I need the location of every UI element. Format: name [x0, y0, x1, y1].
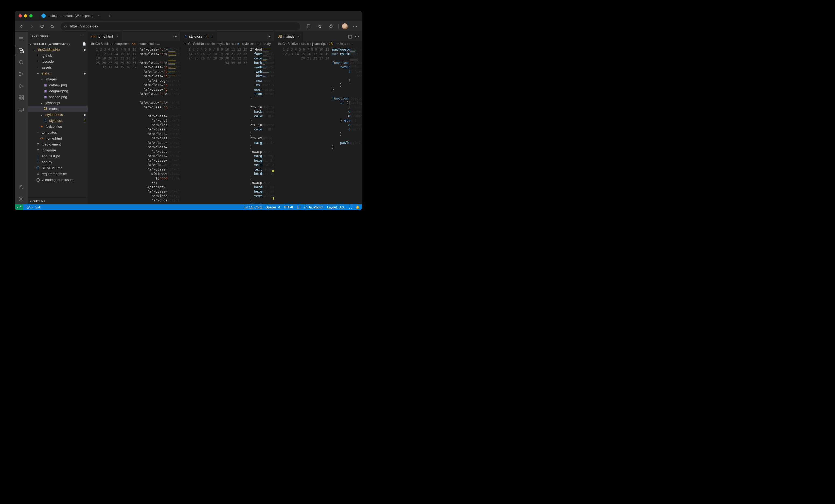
file-apppy[interactable]: ⬡app.py [28, 159, 88, 165]
folder-assets[interactable]: ›assets [28, 64, 88, 70]
close-icon[interactable]: × [298, 35, 300, 39]
profile-avatar[interactable] [342, 23, 348, 29]
tab-home-html[interactable]: <>home.html× [88, 32, 122, 41]
breadcrumb[interactable]: theCatSaidNo› static› javascript› JS mai… [274, 41, 362, 47]
group-more-icon[interactable]: ⋯ [267, 34, 272, 39]
file-vscodepng[interactable]: ▣vscode.png [28, 94, 88, 100]
status-eol[interactable]: LF [297, 206, 301, 209]
lock-icon [64, 24, 67, 28]
breadcrumb[interactable]: theCatSaidNo› templates› <> home.html› … [88, 41, 180, 47]
breadcrumb[interactable]: theCatSaidNo› static› stylesheets› # sty… [181, 41, 274, 47]
close-window[interactable] [19, 14, 22, 18]
folder-stylesheets[interactable]: ⌄stylesheets [28, 112, 88, 118]
file-catpaw[interactable]: ▣catpaw.png [28, 82, 88, 88]
file-readme[interactable]: ⓘREADME.md [28, 165, 88, 171]
explorer-sidebar: EXPLORER ⋯ ⌄ DEFAULT (WORKSPACE) 📄 ⌄theC… [28, 32, 88, 204]
file-stylecss[interactable]: #style.css4 [28, 118, 88, 123]
overflow-icon[interactable]: ⋯ [351, 22, 359, 30]
svg-rect-8 [22, 99, 23, 100]
browser-toolbar: https://vscode.dev ⋯ [15, 21, 362, 32]
outline-section[interactable]: ›OUTLINE [28, 197, 88, 204]
extensions-icon[interactable] [15, 92, 28, 103]
file-mainjs[interactable]: JSmain.js [28, 106, 88, 112]
close-icon[interactable]: × [211, 35, 213, 39]
extensions-toolbar-icon[interactable] [327, 22, 335, 30]
account-icon[interactable] [15, 182, 28, 193]
status-layout[interactable]: Layout: U.S. [327, 206, 345, 209]
browser-tab[interactable]: main.js — default (Workspace) × [39, 12, 103, 20]
split-editor-icon[interactable]: ◫ [348, 34, 352, 39]
svg-rect-9 [22, 96, 23, 97]
status-bar: ⓧ 0 ⚠ 4 Ln 11, Col 1 Spaces: 4 UTF-8 LF … [15, 204, 362, 210]
svg-rect-1 [307, 25, 310, 28]
status-spaces[interactable]: Spaces: 4 [266, 206, 280, 209]
workspace-header[interactable]: ⌄ DEFAULT (WORKSPACE) 📄 [28, 41, 88, 46]
window-titlebar: main.js — default (Workspace) × ＋ [15, 11, 362, 21]
search-icon[interactable] [15, 57, 28, 68]
new-tab-button[interactable]: ＋ [108, 13, 112, 19]
remote-indicator[interactable] [15, 204, 23, 210]
code-editor-2[interactable]: 1 2 3 4 5 6 7 8 9 10 11 12 13 14 15 16 1… [181, 47, 274, 204]
close-tab-icon[interactable]: × [97, 14, 100, 18]
minimap[interactable] [168, 47, 180, 204]
browser-tab-title: main.js — default (Workspace) [48, 14, 94, 18]
sidebar-title: EXPLORER ⋯ [28, 32, 88, 41]
group-more-icon[interactable]: ⋯ [355, 34, 359, 39]
svg-point-3 [19, 72, 20, 73]
menu-icon[interactable] [15, 33, 28, 44]
group-more-icon[interactable]: ⋯ [173, 34, 178, 39]
folder-images[interactable]: ⌄images [28, 76, 88, 82]
close-icon[interactable]: × [116, 35, 118, 39]
code-editor-3[interactable]: 1 2 3 4 5 6 7 8 9 10 11 12 13 14 15 16 1… [274, 47, 362, 204]
tab-main-js[interactable]: JSmain.js× [274, 32, 303, 41]
status-lang[interactable]: { } JavaScript [304, 206, 323, 209]
settings-gear-icon[interactable] [15, 194, 28, 204]
sidebar-more-icon[interactable]: ⋯ [81, 35, 84, 38]
minimap[interactable] [349, 47, 362, 204]
file-gitignore[interactable]: ≡.gitignore [28, 147, 88, 153]
reload-button[interactable] [38, 22, 46, 30]
feedback-icon[interactable]: ⛶ [349, 206, 352, 209]
traffic-lights [18, 14, 33, 18]
app-icon[interactable] [305, 22, 312, 30]
status-cursor[interactable]: Ln 11, Col 1 [245, 206, 262, 209]
warning-icon: ⚠ [35, 206, 37, 209]
home-button[interactable] [48, 22, 56, 30]
folder-github[interactable]: ›.github [28, 52, 88, 58]
folder-static[interactable]: ⌄static [28, 70, 88, 76]
file-dogpaw[interactable]: ▣dogpaw.png [28, 88, 88, 94]
activity-bar [15, 32, 28, 204]
address-bar[interactable]: https://vscode.dev [61, 22, 300, 30]
run-debug-icon[interactable] [15, 81, 28, 91]
error-icon: ⓧ [27, 206, 30, 209]
forward-button[interactable] [28, 22, 36, 30]
svg-point-11 [20, 185, 22, 187]
file-deployment[interactable]: ≡.deployment [28, 141, 88, 147]
folder-vscode[interactable]: ›.vscode [28, 58, 88, 64]
tab-style-css[interactable]: #style.css4× [181, 32, 217, 41]
file-ghissues[interactable]: ◯vscode.github-issues [28, 177, 88, 183]
folder-root[interactable]: ⌄theCatSaidNo [28, 46, 88, 52]
file-homehtml[interactable]: <>home.html [28, 135, 88, 141]
new-file-icon[interactable]: 📄 [82, 42, 86, 46]
source-control-icon[interactable] [15, 69, 28, 80]
folder-javascript[interactable]: ⌄javascript [28, 100, 88, 106]
code-editor-1[interactable]: 1 2 3 4 5 6 7 8 9 10 11 12 13 14 15 16 1… [88, 47, 180, 204]
remote-explorer-icon[interactable] [15, 104, 28, 115]
status-problems[interactable]: ⓧ 0 ⚠ 4 [27, 205, 40, 210]
status-encoding[interactable]: UTF-8 [284, 206, 293, 209]
favorite-icon[interactable] [316, 22, 324, 30]
svg-rect-6 [19, 96, 21, 97]
file-apptest[interactable]: ⬡app_test.py [28, 153, 88, 159]
explorer-icon[interactable] [15, 45, 28, 56]
file-requirements[interactable]: ≡requirements.txt [28, 171, 88, 177]
folder-templates[interactable]: ⌄templates [28, 129, 88, 135]
svg-point-2 [19, 61, 22, 63]
minimap[interactable] [262, 47, 274, 204]
editor-group-3: JSmain.js× ◫⋯ theCatSaidNo› static› java… [274, 32, 362, 204]
file-favicon[interactable]: ★favicon.ico [28, 123, 88, 129]
bell-icon[interactable]: 🔔 [355, 206, 360, 209]
back-button[interactable] [18, 22, 25, 30]
minimize-window[interactable] [24, 14, 27, 18]
maximize-window[interactable] [29, 14, 33, 18]
